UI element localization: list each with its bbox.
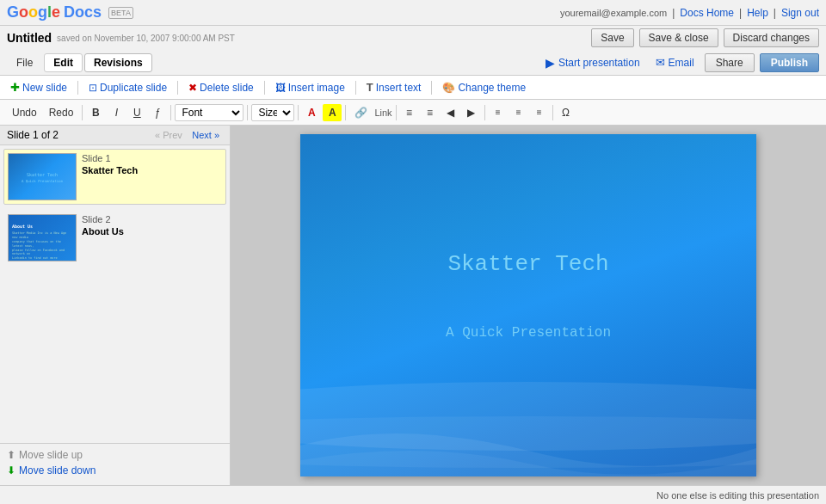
slide-canvas[interactable]: Skatter Tech A Quick Presentation (300, 134, 756, 476)
status-bar: No one else is editing this presentation (0, 485, 826, 504)
slide-panel-header: Slide 1 of 2 « Prev Next » (0, 126, 230, 145)
bold-button[interactable]: B (86, 104, 105, 121)
share-button[interactable]: Share (705, 53, 755, 72)
discard-button[interactable]: Discard changes (724, 28, 819, 47)
insert-image-icon: 🖼 (275, 82, 286, 94)
insert-image-action[interactable]: 🖼 Insert image (272, 80, 348, 95)
move-up-action: ⬆ Move slide up (7, 449, 223, 461)
file-menu[interactable]: File (7, 53, 42, 72)
insert-text-action[interactable]: T Insert text (363, 79, 425, 95)
text-color-button[interactable]: A (302, 104, 321, 121)
canvas-area: Skatter Tech A Quick Presentation (231, 126, 826, 485)
text-bg-button[interactable]: A (323, 104, 342, 121)
top-bar-right: youremail@example.com | Docs Home | Help… (560, 7, 819, 19)
fmt-sep-4 (298, 105, 299, 120)
fmt-sep-7 (484, 105, 485, 120)
revisions-tab[interactable]: Revisions (84, 53, 152, 72)
toolbar-sep-5 (431, 81, 432, 95)
slide-info-1: Slide 1 Skatter Tech (82, 153, 138, 200)
link-button[interactable]: 🔗 (349, 104, 373, 121)
logo-o1: o (19, 3, 28, 22)
email-action[interactable]: ✉ Email (650, 54, 700, 71)
save-button[interactable]: Save (591, 28, 633, 47)
logo-g: G (7, 3, 19, 22)
presentation-icon: ▶ (546, 56, 555, 70)
docs-home-link[interactable]: Docs Home (680, 7, 734, 19)
logo-o2: o (28, 3, 38, 22)
menu-left: File Edit Revisions (7, 53, 152, 72)
menu-right: ▶ Start presentation ✉ Email Share Publi… (540, 53, 819, 72)
help-link[interactable]: Help (747, 7, 768, 19)
slide-nav: « Prev Next » (151, 129, 223, 141)
insert-text-label: Insert text (376, 82, 422, 94)
top-bar-left: Google Docs BETA (7, 3, 133, 22)
italic-button[interactable]: I (107, 104, 126, 121)
align-right-button[interactable]: ≡ (530, 105, 549, 120)
user-email: youremail@example.com (560, 8, 667, 18)
duplicate-slide-action[interactable]: ⊡ Duplicate slide (85, 80, 170, 95)
fmt-sep-3 (247, 105, 248, 120)
status-message: No one else is editing this presentation (656, 490, 819, 501)
next-btn[interactable]: Next » (188, 129, 223, 141)
change-theme-action[interactable]: 🎨 Change theme (439, 80, 529, 95)
special-char-button[interactable]: Ω (557, 104, 576, 121)
slide-list: Skatter Tech A Quick Presentation Slide … (0, 145, 230, 443)
fmt-sep-8 (552, 105, 553, 120)
top-bar: Google Docs BETA youremail@example.com |… (0, 0, 826, 26)
duplicate-slide-label: Duplicate slide (100, 82, 167, 94)
size-select[interactable]: Size 10 12 14 18 24 36 (251, 104, 294, 121)
doc-title: Untitled (7, 31, 52, 45)
new-slide-label: New slide (22, 82, 67, 94)
undo-button[interactable]: Undo (7, 104, 42, 121)
main-area: Slide 1 of 2 « Prev Next » Skatter Tech … (0, 126, 826, 485)
logo-e: e (52, 3, 60, 22)
align-center-button[interactable]: ≡ (509, 105, 528, 120)
publish-button[interactable]: Publish (760, 53, 819, 72)
google-logo: Google (7, 3, 60, 22)
indent-right-button[interactable]: ▶ (462, 104, 481, 121)
numbered-list-button[interactable]: ≡ (400, 104, 419, 121)
move-down-icon: ⬇ (7, 464, 15, 476)
toolbar-sep-3 (264, 81, 265, 95)
docs-word: Docs (64, 3, 102, 22)
edit-menu[interactable]: Edit (44, 53, 83, 72)
save-close-button[interactable]: Save & close (639, 28, 718, 47)
separator: | (672, 7, 675, 19)
slide-num-2: Slide 2 (82, 214, 124, 224)
move-down-action[interactable]: ⬇ Move slide down (7, 464, 223, 476)
logo-g2: g (38, 3, 47, 22)
title-bar: Untitled saved on November 10, 2007 9:00… (0, 26, 826, 50)
font-select[interactable]: Font Arial Times New Roman Courier New (175, 104, 243, 121)
script-button[interactable]: ƒ (148, 104, 167, 121)
align-left-button[interactable]: ≡ (489, 105, 508, 120)
slide-thumb-2: About Us Skatter Media Inc is a New Age … (8, 214, 77, 261)
start-presentation-action[interactable]: ▶ Start presentation (540, 54, 645, 71)
fmt-sep-6 (396, 105, 397, 120)
slide-info-2: Slide 2 About Us (82, 214, 124, 261)
saved-info: saved on November 10, 2007 9:00:00 AM PS… (57, 34, 235, 43)
toolbar-sep-1 (77, 81, 78, 95)
move-down-label[interactable]: Move slide down (19, 464, 96, 476)
bullet-list-button[interactable]: ≡ (421, 104, 440, 121)
link-label: Link (374, 108, 391, 118)
move-up-label: Move slide up (19, 449, 83, 461)
sign-out-link[interactable]: Sign out (781, 7, 819, 19)
insert-text-icon: T (367, 81, 373, 94)
redo-button[interactable]: Redo (44, 104, 79, 121)
start-presentation-label: Start presentation (558, 57, 640, 69)
format-toolbar: Undo Redo B I U ƒ Font Arial Times New R… (0, 100, 826, 126)
menu-bar: File Edit Revisions ▶ Start presentation… (0, 50, 826, 76)
title-right: Save Save & close Discard changes (591, 28, 819, 47)
slide-item-1[interactable]: Skatter Tech A Quick Presentation Slide … (3, 149, 226, 205)
new-slide-action[interactable]: ✚ New slide (7, 79, 71, 95)
delete-slide-action[interactable]: ✖ Delete slide (185, 80, 257, 95)
insert-image-label: Insert image (288, 82, 345, 94)
prev-btn[interactable]: « Prev (151, 129, 186, 141)
toolbar-sep-4 (355, 81, 356, 95)
slide-toolbar: ✚ New slide ⊡ Duplicate slide ✖ Delete s… (0, 76, 826, 100)
slide-item-2[interactable]: About Us Skatter Media Inc is a New Age … (3, 210, 226, 266)
underline-button[interactable]: U (127, 104, 146, 121)
slide-title-text: Skatter Tech (447, 251, 608, 277)
title-left: Untitled saved on November 10, 2007 9:00… (7, 31, 235, 45)
indent-left-button[interactable]: ◀ (441, 104, 460, 121)
